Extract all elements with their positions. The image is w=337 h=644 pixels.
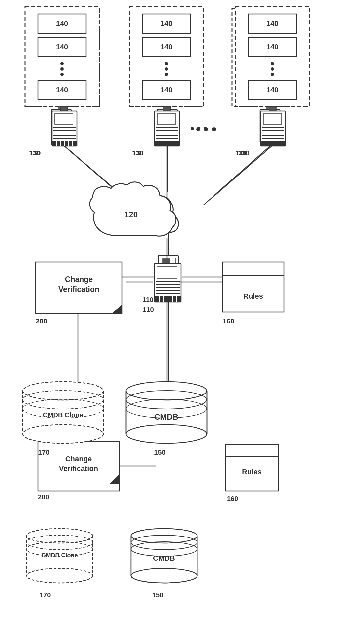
svg-point-250 xyxy=(126,425,207,443)
svg-point-247 xyxy=(126,382,207,400)
svg-rect-193 xyxy=(263,114,282,124)
svg-rect-213 xyxy=(157,266,177,278)
svg-text:110: 110 xyxy=(142,306,154,313)
svg-text:140: 140 xyxy=(266,19,279,28)
svg-rect-158 xyxy=(60,106,68,111)
svg-text:140: 140 xyxy=(160,19,173,28)
svg-text:CMDB: CMDB xyxy=(154,412,178,421)
svg-point-262 xyxy=(23,425,103,443)
svg-point-154 xyxy=(271,67,274,71)
svg-point-134 xyxy=(60,67,64,71)
svg-point-133 xyxy=(60,62,64,65)
svg-point-135 xyxy=(60,73,64,76)
svg-point-259 xyxy=(23,382,103,400)
svg-rect-211 xyxy=(163,259,170,264)
svg-text:Rules: Rules xyxy=(243,292,263,300)
svg-point-155 xyxy=(271,73,274,76)
svg-text:130: 130 xyxy=(238,149,250,157)
svg-text:Change: Change xyxy=(65,275,93,284)
svg-text:140: 140 xyxy=(266,43,279,51)
svg-text:150: 150 xyxy=(154,448,166,456)
svg-text:140: 140 xyxy=(56,19,68,28)
svg-text:140: 140 xyxy=(160,86,173,94)
svg-rect-191 xyxy=(269,106,276,111)
svg-text:200: 200 xyxy=(36,317,47,325)
svg-text:140: 140 xyxy=(56,43,68,51)
svg-text:120: 120 xyxy=(124,210,138,219)
svg-text:160: 160 xyxy=(223,317,234,325)
svg-point-145 xyxy=(165,73,168,76)
diagram: 140 140 140 140 140 140 140 140 140 xyxy=(0,0,337,644)
svg-point-189 xyxy=(204,127,208,131)
svg-rect-173 xyxy=(163,106,170,111)
svg-point-144 xyxy=(165,67,168,71)
svg-point-190 xyxy=(212,127,216,131)
svg-text:140: 140 xyxy=(266,86,279,94)
svg-text:CMDB Clone: CMDB Clone xyxy=(43,411,83,419)
svg-rect-160 xyxy=(55,114,73,124)
svg-text:140: 140 xyxy=(160,43,173,51)
svg-point-153 xyxy=(271,62,274,65)
svg-text:130: 130 xyxy=(29,149,41,157)
svg-rect-175 xyxy=(157,114,176,124)
svg-point-188 xyxy=(196,127,200,131)
svg-text:Verification: Verification xyxy=(58,285,99,294)
svg-rect-239 xyxy=(223,262,284,312)
svg-text:170: 170 xyxy=(38,448,50,456)
svg-point-143 xyxy=(165,62,168,65)
svg-text:130: 130 xyxy=(132,149,143,157)
svg-text:140: 140 xyxy=(56,86,68,94)
main-diagram-svg: 140 140 140 140 140 140 140 140 140 xyxy=(0,0,337,644)
